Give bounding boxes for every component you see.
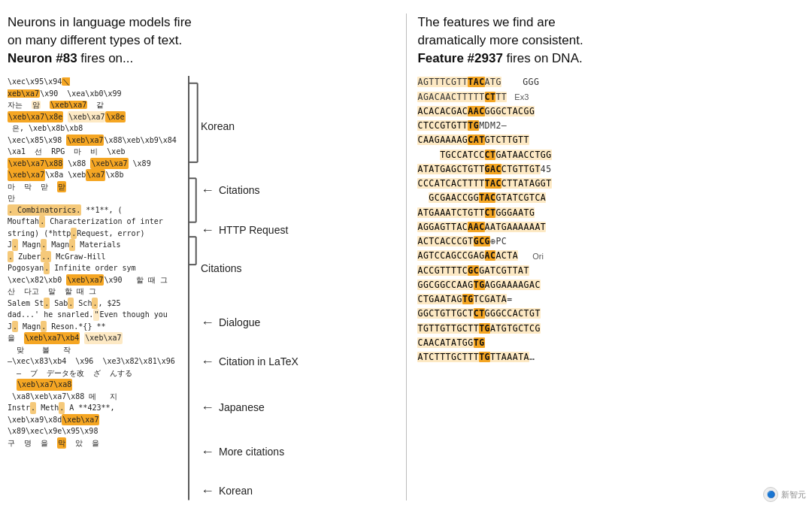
token-row-korean9: \xec\x82\xb0 \xeb\xa7\x90 할 때 그 (8, 274, 177, 286)
token-row-pogosyan: Pogosyan. Infinite order sym (8, 262, 177, 274)
dna-sequence-list: AGTTTCGTTTACATG GGG AGACAACTTTTTCTTT Ex3… (417, 76, 804, 364)
annot-http: ← HTTP Request (201, 223, 395, 237)
dna-row-14: GGCGGCCAAGTGAGGAAAAGAC (417, 279, 804, 292)
token-row-korean6: \xeb\xa7\x88 \x88 \xeb\xa7 \x89 \xeb\xa7… (8, 158, 177, 181)
right-panel: The features we find are dramatically mo… (410, 14, 804, 500)
dna-row-2: ACACACGACAACGGGCTACGG (417, 105, 804, 118)
token-row-korean7: 마 막 맏 맏 (8, 181, 177, 193)
dna-row-12: AGTCCAGCCGAGACACTA Ori (417, 249, 804, 262)
center-divider (406, 14, 407, 500)
dna-row-13: ACCGTTTTCGCGATCGTTAT (417, 265, 804, 277)
annot-arrow-http: ← (201, 223, 214, 237)
annot-korean-label: Korean (201, 120, 235, 132)
token-row-korean1: \xec\x95\x94＼xeb\xa7\x90 \xea\xb0\x99 (8, 76, 177, 99)
annot-japanese-label: Japanese (219, 401, 265, 413)
annot-latex-label: Citation in LaTeX (219, 355, 298, 367)
watermark-text: 新智元 (781, 489, 806, 500)
annot-citations2-label: Citations (201, 262, 241, 274)
dna-row-7: CCCATCACTTTTTACCTTATAGGT (417, 177, 804, 190)
token-row-citation1: . Combinatorics. **1**, ( (8, 204, 177, 216)
token-row-japanese2: –\xec\x83\xb4 \x96 \xe3\x82\x81\x96 (8, 355, 177, 367)
annot-more-citations: ← More citations (201, 445, 395, 458)
token-row-korean3: \xeb\xa7\x8e \xeb\xa7\x8e 은, \xeb\x8b\xb… (8, 111, 177, 135)
left-header-bold: Neuron #83 (8, 51, 77, 65)
annot-arrow-citations1: ← (201, 183, 214, 197)
token-row-korean8: 만 (8, 192, 177, 204)
annot-korean2: ← Korean (201, 484, 395, 497)
dna-row-11: ACTCACCCGTGCG⊕PC (417, 235, 804, 248)
token-row-korean4: \xec\x85\x98 \xeb\xa7\x88\xeb\xb9\x84 (8, 135, 177, 147)
dna-row-9: ATGAAATCTGTTCTGGGAATG (417, 207, 804, 219)
dna-row-3: CTCCGTGTTTGMDM2– (417, 119, 804, 132)
dna-row-16: GGCTGTTGCTCTGGGCCACTGT (417, 307, 804, 320)
annot-arrow-korean2: ← (201, 484, 214, 497)
annot-japanese: ← Japanese (201, 401, 395, 414)
annot-arrow-more-citations: ← (201, 445, 214, 458)
annot-dialogue: ← Dialogue (201, 316, 395, 329)
watermark-logo: 🔵 (763, 487, 778, 502)
dna-row-0: AGTTTCGTTTACATG GGG (417, 76, 804, 89)
token-row-japanese3: – ブ データを改 ざ んする (8, 367, 177, 379)
annot-dialogue-label: Dialogue (219, 316, 260, 328)
token-row-salem: Salem St. Sab. Sch., $25 (8, 298, 177, 310)
main-container: Neurons in language models fire on many … (0, 0, 812, 508)
annotation-column: Korean ← Citations ← HTTP Request Citati… (201, 76, 395, 500)
token-row-japanese1: 을 \xeb\xa7\xb4 \xeb\xa7 맞 볼 작 (8, 332, 177, 355)
token-row-instr: Instr. Meth. A **423**, (8, 402, 177, 414)
annot-http-label: HTTP Request (219, 224, 288, 236)
annot-arrow-japanese: ← (201, 401, 214, 414)
annot-korean: Korean (201, 120, 395, 132)
annot-arrow-dialogue: ← (201, 316, 214, 329)
annot-arrow-latex: ← (201, 355, 214, 368)
middle-divider (177, 76, 201, 500)
token-row-citation2: Mouftah. Characterization of inter (8, 216, 177, 228)
annot-more-citations-label: More citations (219, 446, 284, 458)
right-header-bold: Feature #2937 (417, 51, 502, 65)
annot-latex: ← Citation in LaTeX (201, 355, 395, 368)
left-panel: Neurons in language models fire on many … (8, 14, 402, 500)
annot-citations1: ← Citations (201, 183, 395, 197)
dna-row-4: CAAGAAAAGCATGTCTTGTT (417, 134, 804, 147)
dna-row-10: AGGAGTTACAACAATGAAAAAAT (417, 221, 804, 234)
token-row-http: string) (*http.Request, error) (8, 228, 177, 240)
dna-row-6: ATATGAGCTGTTGACCTGTTGT45 (417, 163, 804, 176)
token-row-korean-final: \xeb\xa9\x8d\xeb\xa7\x89\xec\x9e\x95\x98 (8, 414, 177, 437)
left-content-wrapper: \xec\x95\x94＼xeb\xa7\x90 \xea\xb0\x99 자는… (8, 76, 395, 500)
annot-citations2: Citations (201, 262, 395, 274)
watermark: 🔵 新智元 (763, 487, 806, 502)
annot-citations1-label: Citations (219, 184, 259, 196)
dna-row-17: TGTTGTTGCTTTGATGTGCTCG (417, 322, 804, 335)
token-row-latex: J. Magn. Reson.*{} ** (8, 321, 177, 333)
dna-row-1: AGACAACTTTTTCTTT Ex3 (417, 91, 804, 104)
dna-row-18: CAACATATGGTG (417, 337, 804, 349)
dna-row-8: GCGAACCGGTACGTATCGTCA (417, 192, 804, 204)
token-row-citation3: J. Magn. Magn. Materials (8, 239, 177, 251)
neuron-tokens: \xec\x95\x94＼xeb\xa7\x90 \xea\xb0\x99 자는… (8, 76, 177, 500)
dna-row-5: TGCCATCCCTGATAACCTGG (417, 149, 804, 162)
dna-row-15: CTGAATAGTGTCGATA= (417, 293, 804, 306)
token-row-morecit1: \xeb\xa7\xa8 \xa8\xeb\xa7\x88 메 지 (8, 379, 177, 402)
token-row-korean10: 산 다고 말 할 때 그 (8, 286, 177, 298)
left-header: Neurons in language models fire on many … (8, 14, 395, 67)
token-row-citation4: . Zuber.. McGraw-Hill (8, 251, 177, 263)
token-row-korean2: 자는 암 \xeb\xa7 같 (8, 99, 177, 111)
right-header: The features we find are dramatically mo… (417, 14, 804, 67)
token-row-korean-final2: 구 명 을 막 았 을 (8, 437, 177, 449)
annot-korean2-label: Korean (219, 485, 253, 497)
token-row-korean5: \xa1 선 RPG 마 비 \xeb (8, 146, 177, 158)
token-row-dialogue: dad...' he snarled."Even though you (8, 309, 177, 321)
dna-row-19: ATCTTTGCTTTTGTTAAATA… (417, 351, 804, 364)
